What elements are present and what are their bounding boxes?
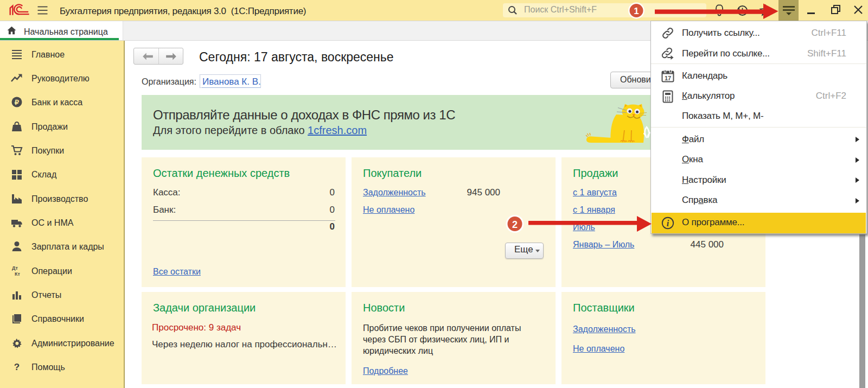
svg-text:2: 2 (512, 219, 518, 230)
svg-text:1: 1 (634, 6, 639, 16)
